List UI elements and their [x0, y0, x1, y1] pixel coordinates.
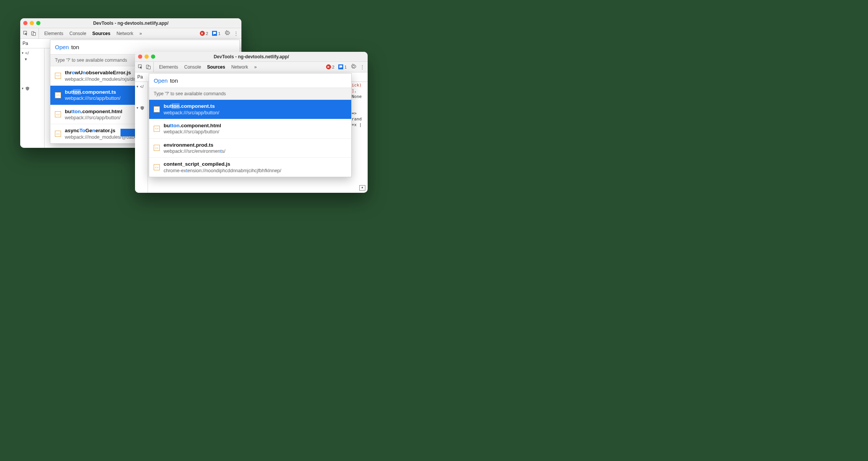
inspect-icon[interactable]	[138, 64, 143, 70]
tabs-overflow-icon[interactable]: »	[254, 64, 257, 70]
inspect-icon[interactable]	[23, 31, 29, 36]
minimize-icon[interactable]	[145, 54, 149, 59]
kebab-icon[interactable]: ⋮	[360, 64, 365, 70]
tab-network[interactable]: Network	[116, 31, 133, 36]
error-badge[interactable]: ✕ 2	[326, 64, 334, 69]
message-badge[interactable]: 1	[212, 31, 220, 36]
result-item[interactable]: <>environment.prod.tswebpack:///src/envi…	[149, 139, 351, 158]
result-path: webpack:///src/app/button/	[65, 95, 121, 101]
tab-elements[interactable]: Elements	[44, 31, 63, 36]
result-filename: content_script_compiled.js	[164, 161, 281, 168]
result-item[interactable]: <>content_script_compiled.jschrome-exten…	[149, 158, 351, 177]
zoom-icon[interactable]	[151, 54, 155, 59]
search-label: Open	[154, 77, 168, 84]
device-toggle-icon[interactable]	[146, 64, 151, 70]
error-icon: ✕	[326, 64, 331, 69]
window-title: DevTools - ng-devtools.netlify.app/	[135, 54, 368, 59]
file-icon: <>	[55, 73, 61, 79]
devtools-window-after: DevTools - ng-devtools.netlify.app/ Elem…	[135, 52, 368, 193]
tab-sources[interactable]: Sources	[207, 64, 225, 70]
result-item[interactable]: <>button.component.htmlwebpack:///src/ap…	[149, 119, 351, 139]
svg-rect-5	[148, 66, 150, 69]
tab-console[interactable]: Console	[69, 31, 86, 36]
result-path: webpack:///src/app/button/	[164, 110, 219, 116]
panel-tab-truncated[interactable]: Pa	[137, 74, 143, 80]
tab-console[interactable]: Console	[184, 64, 201, 70]
search-row: Open	[149, 74, 351, 88]
gear-icon[interactable]	[350, 64, 356, 70]
result-path: webpack:///src/environments/	[164, 148, 225, 154]
tab-sources[interactable]: Sources	[92, 31, 110, 36]
message-count: 1	[344, 65, 347, 69]
message-count: 1	[218, 31, 220, 36]
error-icon: ✕	[200, 31, 205, 36]
search-hint: Type '?' to see available commands	[149, 88, 351, 100]
devtools-toolbar: Elements Console Sources Network » ✕ 2 1…	[20, 28, 241, 39]
drawer-toggle-icon[interactable]: ▲	[359, 185, 365, 190]
message-icon	[338, 64, 343, 69]
file-icon: <>	[154, 145, 160, 151]
error-badge[interactable]: ✕ 2	[200, 31, 208, 36]
tree-row[interactable]: </	[136, 83, 147, 90]
window-title: DevTools - ng-devtools.netlify.app/	[20, 21, 241, 26]
file-icon: <>	[154, 164, 160, 170]
kebab-icon[interactable]: ⋮	[234, 31, 238, 36]
command-menu-popover: Open Type '?' to see available commands …	[149, 73, 352, 177]
file-icon: <>	[55, 131, 61, 137]
result-path: chrome-extension://noondiphcddnnabmjcihc…	[164, 168, 281, 174]
tree-row[interactable]: ▾	[21, 56, 43, 62]
search-input[interactable]	[170, 77, 347, 84]
message-badge[interactable]: 1	[338, 64, 347, 69]
result-path: webpack:///src/app/button/	[65, 115, 122, 121]
search-input[interactable]	[71, 44, 235, 50]
result-filename: environment.prod.ts	[164, 142, 225, 149]
message-icon	[212, 31, 217, 36]
panel-tab-truncated[interactable]: Pa	[23, 41, 28, 46]
tabs-overflow-icon[interactable]: »	[139, 31, 142, 36]
tree-row[interactable]: </	[21, 50, 43, 56]
file-icon: <>	[154, 106, 160, 112]
error-count: 2	[206, 31, 208, 36]
file-icon: <>	[55, 92, 61, 98]
tab-network[interactable]: Network	[231, 64, 248, 70]
result-filename: button.component.html	[65, 108, 122, 115]
error-count: 2	[332, 65, 334, 69]
zoom-icon[interactable]	[36, 21, 40, 25]
titlebar: DevTools - ng-devtools.netlify.app/	[135, 52, 368, 62]
result-item[interactable]: <>button.component.tswebpack:///src/app/…	[149, 100, 351, 119]
sources-tree-fragment: </	[135, 82, 148, 193]
file-icon: <>	[55, 111, 61, 117]
gear-icon[interactable]	[224, 30, 230, 37]
traffic-lights	[23, 21, 40, 25]
close-icon[interactable]	[138, 54, 142, 59]
sources-tree-fragment: </ ▾	[20, 48, 45, 148]
result-path: webpack:///src/app/button/	[164, 129, 221, 135]
minimize-icon[interactable]	[30, 21, 34, 25]
titlebar: DevTools - ng-devtools.netlify.app/	[20, 18, 241, 28]
device-toggle-icon[interactable]	[31, 31, 36, 36]
close-icon[interactable]	[23, 21, 27, 25]
result-filename: button.component.ts	[65, 89, 121, 96]
devtools-toolbar: Elements Console Sources Network » ✕ 2 1…	[135, 62, 368, 72]
result-filename: button.component.html	[164, 122, 221, 129]
tree-row[interactable]	[136, 105, 147, 111]
search-label: Open	[55, 44, 69, 50]
editor-fragment: ick) ], None => rand +x |	[352, 83, 366, 128]
result-filename: button.component.ts	[164, 103, 219, 110]
svg-rect-2	[33, 32, 35, 35]
tab-elements[interactable]: Elements	[159, 64, 178, 70]
traffic-lights	[138, 54, 155, 59]
results-list-after: <>button.component.tswebpack:///src/app/…	[149, 100, 351, 177]
tree-row[interactable]	[21, 85, 43, 91]
file-icon: <>	[154, 126, 160, 132]
